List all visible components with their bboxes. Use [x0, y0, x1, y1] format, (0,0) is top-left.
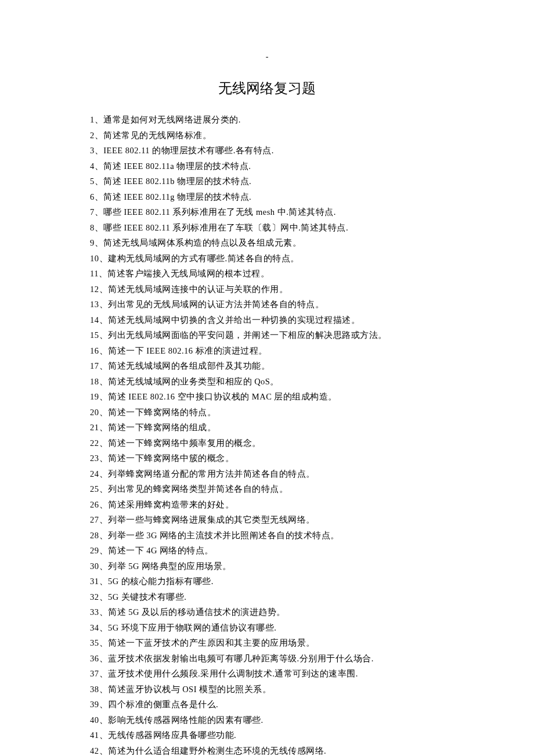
question-item: 22、简述一下蜂窝网络中频率复用的概念。 [90, 435, 444, 451]
question-item: 24、列举蜂窝网络道分配的常用方法并简述各自的特点。 [90, 466, 444, 482]
document-page: - 无线网络复习题 1、通常是如何对无线网络进展分类的.2、简述常见的无线网络标… [0, 0, 534, 756]
question-item: 23、简述一下蜂窝网络中簇的概念。 [90, 451, 444, 466]
question-item: 3、IEEE 802.11 的物理层技术有哪些.各有特点. [90, 143, 444, 159]
document-title: 无线网络复习题 [90, 79, 444, 98]
question-item: 25、列出常见的蜂窝网络类型并简述各自的特点。 [90, 481, 444, 497]
header-mark: - [90, 52, 444, 62]
question-item: 32、5G 关键技术有哪些. [90, 589, 444, 605]
question-item: 26、简述采用蜂窝构造带来的好处。 [90, 497, 444, 513]
question-item: 17、简述无线城域网的各组成部件及其功能。 [90, 358, 444, 374]
question-item: 37、蓝牙技术使用什么频段.采用什么调制技术.通常可到达的速率围. [90, 666, 444, 682]
question-item: 34、5G 环境下应用于物联网的通信协议有哪些. [90, 620, 444, 636]
question-item: 14、简述无线局域网中切换的含义并给出一种切换的实现过程描述。 [90, 312, 444, 328]
question-item: 36、蓝牙技术依据发射输出电频可有哪几种距离等级.分别用于什么场合. [90, 651, 444, 667]
question-item: 7、哪些 IEEE 802.11 系列标准用在了无线 mesh 中.简述其特点. [90, 204, 444, 220]
question-item: 31、5G 的核心能力指标有哪些. [90, 574, 444, 589]
question-item: 9、简述无线局域网体系构造的特点以及各组成元素。 [90, 235, 444, 251]
question-item: 5、简述 IEEE 802.11b 物理层的技术特点. [90, 174, 444, 189]
question-item: 35、简述一下蓝牙技术的产生原因和其主要的应用场景。 [90, 635, 444, 651]
question-item: 6、简述 IEEE 802.11g 物理层的技术特点. [90, 189, 444, 205]
question-item: 16、简述一下 IEEE 802.16 标准的演进过程。 [90, 343, 444, 359]
question-item: 15、列出无线局域网面临的平安问题，并阐述一下相应的解决思路或方法。 [90, 327, 444, 343]
question-item: 4、简述 IEEE 802.11a 物理层的技术特点. [90, 159, 444, 174]
question-item: 13、列出常见的无线局域网的认证方法并简述各自的特点。 [90, 297, 444, 312]
question-item: 30、列举 5G 网络典型的应用场景。 [90, 559, 444, 574]
question-item: 29、简述一下 4G 网络的特点。 [90, 543, 444, 559]
question-item: 42、简述为什么适合组建野外检测生态环境的无线传感网络. [90, 743, 444, 757]
question-item: 19、简述 IEEE 802.16 空中接口协议栈的 MAC 层的组成构造。 [90, 389, 444, 405]
question-item: 12、简述无线局域网连接中的认证与关联的作用。 [90, 282, 444, 297]
question-item: 21、简述一下蜂窝网络的组成。 [90, 420, 444, 435]
question-item: 28、列举一些 3G 网络的主流技术并比照阐述各自的技术特点。 [90, 528, 444, 543]
question-item: 18、简述无线城域网的业务类型和相应的 QoS。 [90, 374, 444, 390]
question-item: 1、通常是如何对无线网络进展分类的. [90, 112, 444, 128]
question-item: 40、影响无线传感器网络性能的因素有哪些. [90, 712, 444, 728]
question-item: 27、列举一些与蜂窝网络进展集成的其它类型无线网络。 [90, 512, 444, 528]
question-item: 10、建构无线局域网的方式有哪些.简述各自的特点。 [90, 251, 444, 267]
question-item: 39、四个标准的侧重点各是什么. [90, 697, 444, 712]
question-item: 38、简述蓝牙协议栈与 OSI 模型的比照关系。 [90, 682, 444, 697]
question-item: 41、无线传感器网络应具备哪些功能. [90, 728, 444, 743]
question-item: 20、简述一下蜂窝网络的特点。 [90, 405, 444, 420]
question-item: 11、简述客户端接入无线局域网的根本过程。 [90, 266, 444, 282]
question-item: 2、简述常见的无线网络标准。 [90, 128, 444, 143]
question-item: 33、简述 5G 及以后的移动通信技术的演进趋势。 [90, 604, 444, 620]
question-item: 8、哪些 IEEE 802.11 系列标准用在了车联〔载〕网中.简述其特点. [90, 220, 444, 236]
question-list: 1、通常是如何对无线网络进展分类的.2、简述常见的无线网络标准。3、IEEE 8… [90, 112, 444, 756]
